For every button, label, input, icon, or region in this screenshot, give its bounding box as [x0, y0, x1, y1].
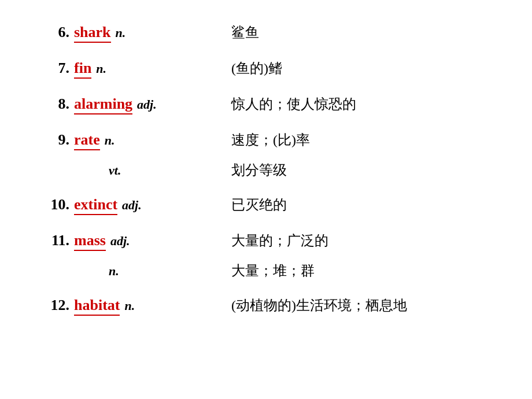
- entry-pos: n.: [124, 298, 135, 313]
- table-row: 10.extinct adj.已灭绝的: [35, 195, 497, 215]
- entry-definition: 划分等级: [231, 161, 287, 179]
- entry-word: fin: [74, 60, 91, 79]
- table-row: vt.划分等级: [35, 161, 497, 179]
- entry-definition: (鱼的)鳍: [231, 59, 282, 77]
- entry-pos: adj.: [122, 198, 142, 213]
- entry-number: 9.: [35, 131, 69, 149]
- entry-definition: 已灭绝的: [231, 195, 287, 214]
- entry-number: 6.: [35, 24, 69, 41]
- table-row: 6.shark n.鲨鱼: [35, 23, 497, 43]
- table-row: 7.fin n.(鱼的)鳍: [35, 59, 497, 79]
- entry-pos: n.: [105, 133, 115, 148]
- entry-pos: n.: [116, 25, 126, 40]
- entry-number: 7.: [35, 60, 69, 77]
- entry-number: 12.: [35, 297, 69, 314]
- entry-word: shark: [74, 24, 111, 43]
- entry-word: alarming: [74, 95, 132, 114]
- entry-word: rate: [74, 131, 100, 150]
- vocabulary-list: 6.shark n.鲨鱼7.fin n.(鱼的)鳍8.alarming adj.…: [0, 0, 532, 355]
- entry-pos: vt.: [109, 163, 121, 178]
- entry-pos: n.: [96, 61, 106, 76]
- entry-definition: 鲨鱼: [231, 23, 259, 42]
- table-row: n.大量；堆；群: [35, 261, 497, 280]
- entry-number: 8.: [35, 95, 69, 113]
- table-row: 9.rate n.速度；(比)率: [35, 131, 497, 150]
- entry-definition: 惊人的；使人惊恐的: [231, 95, 356, 113]
- table-row: 12.habitat n.(动植物的)生活环境；栖息地: [35, 296, 497, 316]
- table-row: 11.mass adj.大量的；广泛的: [35, 231, 497, 251]
- entry-word: mass: [74, 232, 106, 251]
- entry-word: habitat: [74, 297, 120, 316]
- entry-definition: 速度；(比)率: [231, 131, 310, 149]
- table-row: 8.alarming adj.惊人的；使人惊恐的: [35, 95, 497, 114]
- entry-pos: adj.: [110, 234, 130, 249]
- entry-word: extinct: [74, 196, 117, 215]
- entry-definition: 大量的；广泛的: [231, 231, 328, 250]
- entry-definition: (动植物的)生活环境；栖息地: [231, 296, 407, 315]
- entry-pos: adj.: [137, 97, 157, 112]
- entry-number: 11.: [35, 232, 69, 249]
- entry-number: 10.: [35, 196, 69, 213]
- entry-definition: 大量；堆；群: [231, 261, 315, 280]
- entry-pos: n.: [109, 264, 119, 279]
